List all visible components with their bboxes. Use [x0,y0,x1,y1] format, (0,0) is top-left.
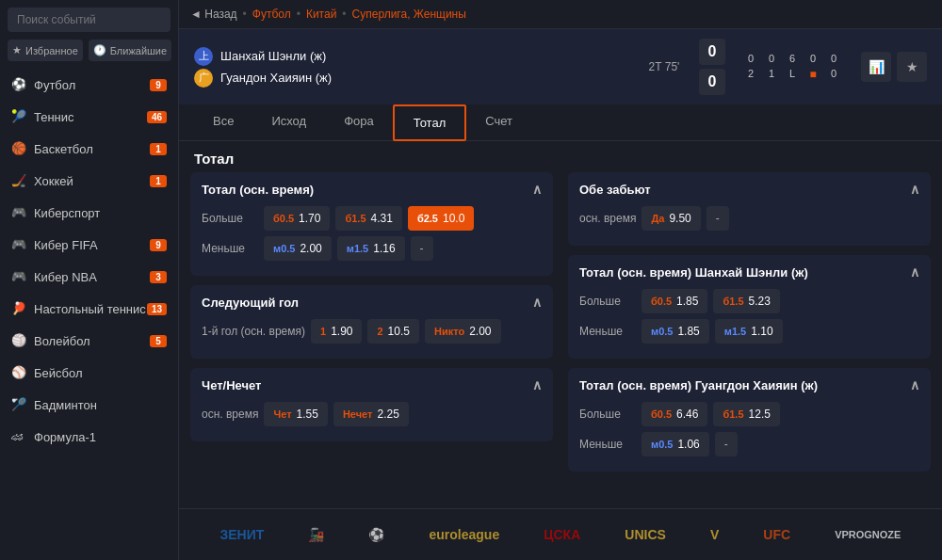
bet-button[interactable]: 2 10.5 [367,319,418,344]
mini-scores: 0 2 0 1 6 L 0 ■ 0 0 [744,53,840,81]
bet-button[interactable]: б0.5 1.70 [264,206,330,231]
tennis-icon: 🎾 [11,109,26,124]
bet-block-header: Тотал (осн. время) Гуангдон Хаияин (ж)∧ [568,368,931,402]
sidebar-item-football[interactable]: ⚽ Футбол 9 [0,69,178,101]
bet-button[interactable]: м0.5 1.06 [642,432,709,456]
bet-button[interactable]: Да 9.50 [642,206,700,231]
badge-cybernba: 3 [150,271,167,283]
search-input[interactable] [8,8,171,32]
bet-block: Обе забьют∧осн. время Да 9.50 - [568,172,931,246]
favorite-match-button[interactable]: ★ [897,52,927,82]
sidebar-item-cyberfifa[interactable]: 🎮 Кибер FIFA 9 [0,229,178,261]
nearest-button[interactable]: 🕐 Ближайшие [89,40,171,61]
bet-button[interactable]: - [715,432,738,456]
logo-zenit[interactable]: ЗЕНИТ [220,527,265,542]
nav-sport[interactable]: Футбол [252,8,291,21]
logo-spartak[interactable]: ⚽ [368,527,384,542]
sidebar-label-baseball: Бейсбол [34,366,83,380]
sidebar-item-formula1[interactable]: 🏎 Формула-1 [0,421,178,453]
team1-icon: 上 [194,47,213,66]
content-right: Обе забьют∧осн. время Да 9.50 -Тотал (ос… [560,172,942,508]
sidebar-label-football: Футбол [34,78,75,92]
bet-row-label: Меньше [202,242,258,255]
search-bar [0,0,178,40]
bet-button[interactable]: - [411,236,433,261]
bet-row: осн. время Да 9.50 - [579,206,919,231]
bet-button[interactable]: б1.5 4.31 [335,206,401,231]
sidebar-item-hockey[interactable]: 🏒 Хоккей 1 [0,165,178,197]
content-area: Тотал (осн. время)∧Больше б0.5 1.70 б1.5… [179,172,942,508]
sidebar-item-esports[interactable]: 🎮 Киберспорт [0,197,178,229]
bet-button[interactable]: б2.5 10.0 [408,206,474,231]
logo-ufc[interactable]: UFC [763,527,790,542]
logo-cska[interactable]: ЦСКА [544,527,580,542]
bet-block-header: Следующий гол∧ [190,285,553,319]
stats-button[interactable]: 📊 [861,52,891,82]
tabs-row: ВсеИсходФораТоталСчет [179,104,942,141]
bet-button[interactable]: б0.5 1.85 [642,289,707,313]
badge-hockey: 1 [150,175,167,187]
bet-button[interactable]: б1.5 5.23 [713,289,779,313]
bet-button[interactable]: б0.5 6.46 [642,402,707,426]
bet-button[interactable]: б1.5 12.5 [713,402,779,426]
bet-block: Тотал (осн. время) Гуангдон Хаияин (ж)∧Б… [568,368,931,472]
score-team1: 0 [699,39,725,65]
team2-name: Гуандон Хаияин (ж) [220,71,332,85]
badge-football: 9 [150,79,167,91]
nav-competition[interactable]: Суперлига, Женщины [352,8,466,21]
sidebar-buttons: ★ Избранное 🕐 Ближайшие [0,40,178,69]
bet-button[interactable]: 1 1.90 [311,319,362,344]
header-actions: 📊 ★ [861,52,927,82]
bet-button[interactable]: м0.5 1.85 [642,319,709,344]
tabletennis-icon: 🏓 [11,301,26,316]
tab-фора[interactable]: Фора [325,104,393,140]
formula1-icon: 🏎 [11,429,26,444]
bet-row: Меньше м0.5 1.06 - [579,432,919,456]
sidebar-item-baseball[interactable]: ⚾ Бейсбол [0,357,178,389]
badge-basketball: 1 [150,143,167,155]
sidebar-item-badminton[interactable]: 🏸 Бадминтон [0,389,178,421]
bet-button[interactable]: Чет 1.55 [264,402,327,426]
main-content: ◄ Назад • Футбол • Китай • Суперлига, Же… [179,0,942,560]
favorites-button[interactable]: ★ Избранное [8,40,83,61]
sidebar: ★ Избранное 🕐 Ближайшие ⚽ Футбол 9 🎾 Тен… [0,0,179,560]
sidebar-item-volleyball[interactable]: 🏐 Волейбол 5 [0,325,178,357]
volleyball-icon: 🏐 [11,333,26,348]
breadcrumb: ◄ Назад • Футбол • Китай • Суперлига, Же… [179,0,942,29]
bet-button[interactable]: Никто 2.00 [425,319,501,344]
team2-icon: 广 [194,69,213,88]
tab-исход[interactable]: Исход [252,104,325,140]
bet-button[interactable]: м1.5 1.16 [337,236,405,261]
bet-button[interactable]: м1.5 1.10 [715,319,783,344]
sidebar-item-tabletennis[interactable]: 🏓 Настольный теннис 13 [0,293,178,325]
logo-euroleague[interactable]: euroleague [430,527,500,542]
bet-row-label: Больше [579,408,636,421]
logo-lokomotiv[interactable]: 🚂 [308,527,324,542]
bet-block-header: Чет/Нечет∧ [190,368,553,402]
bet-block: Следующий гол∧1-й гол (осн. время) 1 1.9… [190,285,553,359]
match-header: 上 Шанхай Шэнли (ж) 广 Гуандон Хаияин (ж) … [179,29,942,104]
sidebar-item-basketball[interactable]: 🏀 Баскетбол 1 [0,133,178,165]
hockey-icon: 🏒 [11,173,26,188]
football-icon: ⚽ [11,77,26,92]
sidebar-label-basketball: Баскетбол [34,142,93,156]
sidebar-item-tennis[interactable]: 🎾 Теннис 46 [0,101,178,133]
sidebar-item-cybernba[interactable]: 🎮 Кибер NBA 3 [0,261,178,293]
team1-row: 上 Шанхай Шэнли (ж) [194,47,629,66]
favorites-label: Избранное [25,45,78,56]
bet-button[interactable]: м0.5 2.00 [264,236,332,261]
bet-button[interactable]: - [706,206,729,231]
tab-все[interactable]: Все [194,104,252,140]
logo-vprognoze[interactable]: VPROGNOZE [835,529,901,540]
bet-block: Тотал (осн. время)∧Больше б0.5 1.70 б1.5… [190,172,553,276]
tab-тотал[interactable]: Тотал [393,104,467,141]
logo-virtuspro[interactable]: V [710,527,719,542]
sidebar-label-hockey: Хоккей [34,174,73,188]
tab-счет[interactable]: Счет [466,104,531,140]
back-button[interactable]: ◄ Назад [190,8,237,21]
content-left: Тотал (осн. время)∧Больше б0.5 1.70 б1.5… [179,172,560,508]
logo-unics[interactable]: UNICS [625,527,666,542]
bet-button[interactable]: Нечет 2.25 [333,402,409,426]
nav-country[interactable]: Китай [306,8,336,21]
star-icon: ★ [12,44,22,56]
